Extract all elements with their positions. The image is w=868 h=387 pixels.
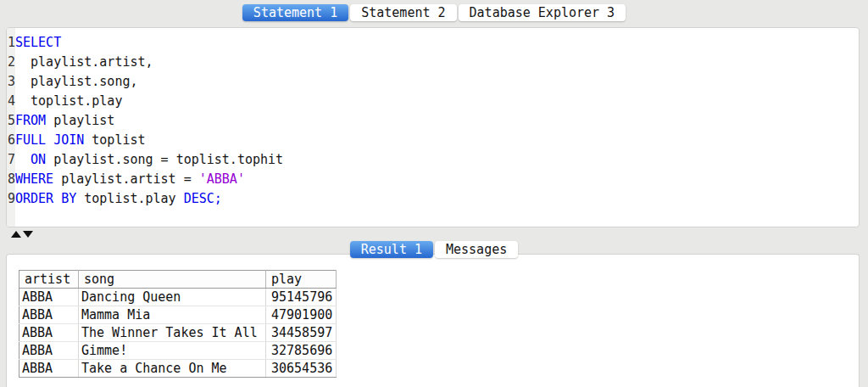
code-line-8[interactable]: 8WHERE playlist.artist = 'ABBA' bbox=[7, 170, 283, 189]
cell-play[interactable]: 32785696 bbox=[266, 342, 337, 360]
table-header-row: artistsongplay bbox=[19, 271, 337, 289]
code-line-1[interactable]: 1SELECT bbox=[7, 33, 283, 53]
cell-song[interactable]: Dancing Queen bbox=[79, 289, 266, 306]
code-token-keyword: ON bbox=[31, 152, 46, 167]
statement-tab-bar: Statement 1Statement 2Database Explorer … bbox=[0, 4, 868, 21]
code-token-string: 'ABBA' bbox=[199, 171, 245, 187]
code-token-plain: playlist.song = toplist.tophit bbox=[46, 152, 283, 167]
result-table-body: ABBADancing Queen95145796ABBAMamma Mia47… bbox=[19, 289, 337, 378]
collapse-editor-arrow-icon[interactable] bbox=[11, 231, 21, 238]
line-number: 1 bbox=[7, 33, 15, 53]
tab-result-1[interactable]: Result 1 bbox=[350, 241, 433, 258]
line-number: 3 bbox=[7, 72, 15, 92]
code-token-keyword: FULL JOIN bbox=[15, 132, 84, 148]
line-number: 6 bbox=[7, 131, 15, 150]
code-token-plain: playlist bbox=[46, 113, 114, 128]
cell-artist[interactable]: ABBA bbox=[19, 360, 79, 378]
result-panel: artistsongplay ABBADancing Queen95145796… bbox=[6, 254, 860, 387]
code-token-plain: playlist.artist = bbox=[53, 171, 199, 187]
result-tab-bar: Result 1Messages bbox=[0, 241, 868, 258]
code-token-plain: playlist.song, bbox=[15, 74, 138, 89]
tab-database-explorer-3[interactable]: Database Explorer 3 bbox=[459, 4, 626, 21]
cell-play[interactable]: 34458597 bbox=[266, 324, 337, 342]
table-row[interactable]: ABBAThe Winner Takes It All34458597 bbox=[19, 324, 337, 342]
code-line-4[interactable]: 4 toplist.play bbox=[7, 92, 283, 111]
code-token-keyword: FROM bbox=[15, 113, 46, 128]
sql-editor[interactable]: 1SELECT2 playlist.artist,3 playlist.song… bbox=[6, 27, 860, 227]
code-line-6[interactable]: 6FULL JOIN toplist bbox=[7, 131, 283, 150]
code-token-keyword: DESC; bbox=[184, 191, 222, 206]
cell-artist[interactable]: ABBA bbox=[19, 306, 79, 324]
cell-song[interactable]: Take a Chance On Me bbox=[79, 360, 266, 378]
sql-code-area[interactable]: 1SELECT2 playlist.artist,3 playlist.song… bbox=[7, 33, 283, 209]
tab-messages[interactable]: Messages bbox=[435, 241, 518, 258]
cell-play[interactable]: 47901900 bbox=[266, 306, 337, 324]
cell-song[interactable]: Mamma Mia bbox=[79, 306, 266, 324]
line-number: 5 bbox=[7, 111, 15, 131]
line-number: 4 bbox=[7, 92, 15, 111]
collapse-result-arrow-icon[interactable] bbox=[23, 231, 33, 238]
line-number: 8 bbox=[7, 170, 15, 189]
code-token-plain: toplist.play bbox=[76, 191, 183, 206]
code-line-3[interactable]: 3 playlist.song, bbox=[7, 72, 283, 92]
code-token-plain: toplist.play bbox=[15, 93, 122, 109]
table-row[interactable]: ABBAGimme!32785696 bbox=[19, 342, 337, 360]
line-number: 2 bbox=[7, 53, 15, 72]
code-line-9[interactable]: 9ORDER BY toplist.play DESC; bbox=[7, 189, 283, 209]
cell-artist[interactable]: ABBA bbox=[19, 289, 79, 306]
cell-artist[interactable]: ABBA bbox=[19, 324, 79, 342]
code-token-plain: toplist bbox=[84, 132, 145, 148]
cell-song[interactable]: Gimme! bbox=[79, 342, 266, 360]
code-token-keyword: SELECT bbox=[15, 35, 61, 50]
line-number: 7 bbox=[7, 150, 15, 170]
column-header-artist[interactable]: artist bbox=[19, 271, 79, 289]
tab-statement-1[interactable]: Statement 1 bbox=[242, 4, 348, 21]
query-result-table: artistsongplay ABBADancing Queen95145796… bbox=[19, 270, 337, 378]
code-line-7[interactable]: 7 ON playlist.song = toplist.tophit bbox=[7, 150, 283, 170]
code-token-keyword: WHERE bbox=[15, 171, 53, 187]
table-row[interactable]: ABBADancing Queen95145796 bbox=[19, 289, 337, 306]
table-row[interactable]: ABBAMamma Mia47901900 bbox=[19, 306, 337, 324]
table-row[interactable]: ABBATake a Chance On Me30654536 bbox=[19, 360, 337, 378]
code-token-plain: playlist.artist, bbox=[15, 54, 153, 70]
code-line-2[interactable]: 2 playlist.artist, bbox=[7, 53, 283, 72]
result-table-header: artistsongplay bbox=[19, 271, 337, 289]
cell-play[interactable]: 30654536 bbox=[266, 360, 337, 378]
cell-play[interactable]: 95145796 bbox=[266, 289, 337, 306]
cell-artist[interactable]: ABBA bbox=[19, 342, 79, 360]
line-number: 9 bbox=[7, 189, 15, 209]
column-header-song[interactable]: song bbox=[79, 271, 266, 289]
tab-statement-2[interactable]: Statement 2 bbox=[350, 4, 456, 21]
column-header-play[interactable]: play bbox=[266, 271, 337, 289]
code-line-5[interactable]: 5FROM playlist bbox=[7, 111, 283, 131]
code-token-plain bbox=[15, 152, 31, 167]
sql-app-screen: Statement 1Statement 2Database Explorer … bbox=[0, 0, 868, 387]
cell-song[interactable]: The Winner Takes It All bbox=[79, 324, 266, 342]
code-token-keyword: ORDER BY bbox=[15, 191, 76, 206]
